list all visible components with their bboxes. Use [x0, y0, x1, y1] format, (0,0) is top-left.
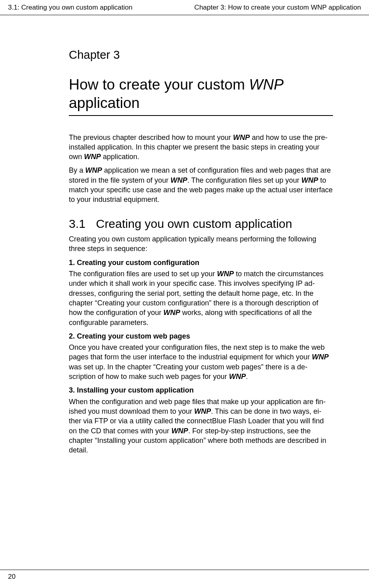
step-3-text: When the configuration and web page file… [69, 397, 333, 455]
step-1-text: The configuration files are used to set … [69, 269, 333, 327]
section-number: 3.1 [69, 217, 86, 230]
header-section-ref: 3.1: Creating you own custom application [8, 3, 132, 12]
page-number: 20 [8, 573, 16, 580]
step-2-heading: 2. Creating your custom web pages [69, 331, 333, 341]
section-lead: Creating you own custom application typi… [69, 234, 333, 254]
page-content: Chapter 3 How to create your custom WNP … [0, 15, 369, 455]
step-3-heading: 3. Installing your custom application [69, 385, 333, 395]
intro-paragraph-1: The previous chapter described how to mo… [69, 133, 333, 162]
step-2-text: Once you have created your configuration… [69, 343, 333, 381]
intro-paragraph-2: By a WNP application we mean a set of co… [69, 165, 333, 204]
chapter-label: Chapter 3 [69, 47, 333, 63]
section-title: 3.1Creating you own custom application [69, 216, 333, 232]
step-1-heading: 1. Creating your custom configuration [69, 258, 333, 267]
page-footer: 20 [0, 570, 369, 582]
chapter-title: How to create your custom WNP applicatio… [69, 76, 333, 116]
header-chapter-ref: Chapter 3: How to create your custom WNP… [195, 3, 361, 12]
page-header: 3.1: Creating you own custom application… [0, 0, 369, 15]
